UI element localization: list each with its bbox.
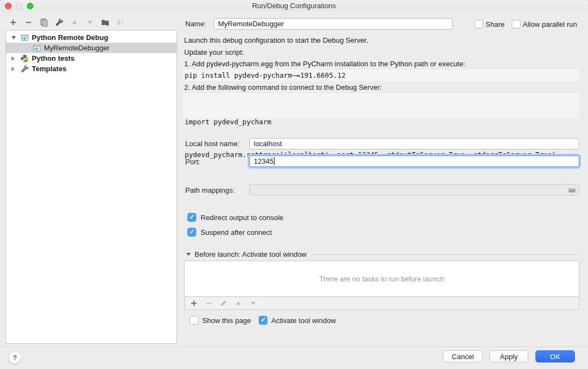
settrace-command: import pydevd_pycharm pydevd_pycharm.set… [183,93,579,118]
svg-text:z: z [121,22,123,26]
settrace-command-line1: import pydevd_pycharm [185,117,579,128]
configurations-tree: Python Remote Debug MyRemoteDebugger Pyt… [5,30,177,344]
collapse-arrow-icon[interactable] [12,36,20,39]
before-launch-toolbar [185,296,579,309]
before-launch-task-list[interactable]: There are no tasks to run before launch [185,261,579,296]
before-launch-header[interactable]: Before launch: Activate tool window [186,250,579,258]
suspend-after-connect-checkbox[interactable] [187,228,196,237]
show-this-page-checkbox[interactable] [190,316,198,325]
question-mark-icon: ? [13,354,17,362]
suspend-after-connect-label: Suspend after connect [201,228,272,237]
help-button[interactable]: ? [8,351,21,364]
share-checkbox[interactable] [475,20,483,28]
tree-item-label: Python Remote Debug [32,33,108,42]
move-down-icon [85,18,94,27]
minimize-window-button [16,3,22,9]
copy-configuration-icon[interactable] [39,18,48,27]
instruction-update: Update your script: [184,48,244,56]
close-window-button[interactable] [5,3,12,9]
remove-configuration-icon[interactable] [24,18,33,27]
tree-item-label: Templates [32,65,66,73]
new-folder-icon[interactable] [101,18,110,27]
dialog-footer: ? Cancel Apply OK [0,347,588,369]
run-debug-configurations-dialog: Run/Debug Configurations [0,0,588,369]
run-config-icon [32,44,41,53]
text-caret [274,157,275,165]
add-task-icon[interactable] [190,299,198,308]
path-mappings-label: Path mappings: [185,186,235,194]
sort-alphabetically-icon: a z [116,18,125,27]
local-host-name-label: Local host name: [185,140,239,148]
move-task-down-icon [249,299,258,308]
name-input[interactable] [214,18,453,30]
expand-arrow-icon[interactable] [12,56,20,61]
before-launch-empty-message: There are no tasks to run before launch [185,275,579,283]
name-label: Name: [185,20,206,28]
tree-item-python-tests[interactable]: Python tests [6,53,176,64]
instruction-step1: 1. Add pydevd-pycharm.egg from the PyCha… [184,60,465,68]
move-task-up-icon [234,299,243,308]
port-label: Port: [185,158,200,166]
python-tests-icon [20,54,29,63]
instruction-intro: Launch this debug configuration to start… [184,36,368,44]
tree-item-python-remote-debug[interactable]: Python Remote Debug [6,32,176,43]
before-launch-title: Before launch: Activate tool window [195,250,307,258]
allow-parallel-run-checkbox[interactable] [512,20,521,28]
svg-text:a: a [121,19,123,22]
activate-tool-window-checkbox[interactable] [259,316,267,325]
wrench-icon [20,65,29,73]
move-up-icon [70,18,79,27]
ok-button[interactable]: OK [535,350,575,362]
folder-icon [568,186,576,194]
configurations-toolbar: a z [9,18,125,27]
pip-install-command: pip install pydevd-pycharm~=191.6605.12 [183,70,579,81]
local-host-name-input[interactable] [249,138,579,149]
edit-task-pencil-icon [219,299,228,308]
redirect-output-label: Redirect output to console [201,214,283,222]
traffic-lights [5,3,33,9]
instruction-step2: 2. Add the following command to connect … [184,83,382,91]
browse-path-mappings-button[interactable] [567,185,578,194]
allow-parallel-run-label: Allow parallel run [523,20,577,28]
tree-item-myremotedebugger[interactable]: MyRemoteDebugger [6,43,176,53]
zoom-window-button[interactable] [27,3,33,9]
edit-templates-wrench-icon[interactable] [55,18,64,27]
show-this-page-label: Show this page [202,316,251,325]
add-configuration-icon[interactable] [9,18,18,27]
tree-item-templates[interactable]: Templates [6,64,176,74]
remove-task-icon [204,299,213,308]
collapse-arrow-icon [186,253,191,256]
tree-item-label: Python tests [32,54,75,62]
path-mappings-input[interactable] [249,184,579,195]
redirect-output-checkbox[interactable] [187,213,196,222]
activate-tool-window-label: Activate tool window [271,316,336,325]
window-title: Run/Debug Configurations [252,2,336,10]
tree-item-label: MyRemoteDebugger [44,44,110,52]
run-config-icon [20,33,29,42]
title-bar: Run/Debug Configurations [0,0,588,11]
share-label: Share [486,20,505,28]
expand-arrow-icon[interactable] [12,67,20,71]
apply-button[interactable]: Apply [489,350,528,362]
port-input[interactable] [249,155,579,167]
separator-line [312,254,579,255]
before-launch-panel: There are no tasks to run before launch [184,261,579,310]
cancel-button[interactable]: Cancel [443,350,483,362]
